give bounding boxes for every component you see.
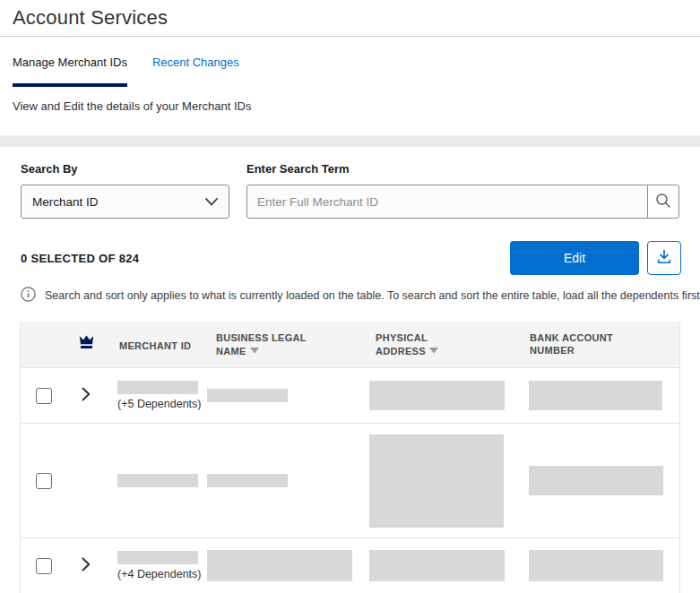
merchant-id-redacted-value (117, 551, 198, 564)
merchant-id-redacted-value (117, 381, 198, 394)
crown-icon (78, 335, 95, 354)
tab-manage-merchant-ids[interactable]: Manage Merchant IDs (13, 56, 127, 87)
physical-address-redacted-value (369, 381, 505, 410)
search-by-label: Search By (21, 162, 229, 176)
physical-address-redacted-value (369, 550, 505, 581)
table-info-note: Search and sort only applies to what is … (21, 287, 679, 305)
download-icon (655, 248, 673, 269)
search-button[interactable] (647, 185, 679, 219)
magnifier-icon (655, 193, 671, 211)
chevron-right-icon (82, 387, 91, 404)
table-body: (+5 Dependents) (21, 367, 679, 593)
search-controls: Search By Merchant ID Enter Search Term (21, 162, 679, 219)
bank-account-number-redacted-value (529, 466, 663, 495)
row-checkbox[interactable] (36, 558, 52, 574)
bank-account-number-redacted-value (529, 550, 663, 581)
dependents-count-label: (+5 Dependents) (117, 398, 207, 410)
header-expand-column (64, 335, 108, 354)
expand-row-button[interactable] (80, 555, 92, 576)
page-header: Account Services (0, 0, 700, 37)
merchant-table: MERCHANT ID BUSINESS LEGAL NAME PHYSICAL… (20, 322, 680, 593)
search-by-select[interactable]: Merchant ID (21, 185, 229, 219)
chevron-down-icon (205, 195, 218, 209)
section-divider (0, 135, 700, 147)
table-header-row: MERCHANT ID BUSINESS LEGAL NAME PHYSICAL… (21, 322, 679, 367)
edit-button[interactable]: Edit (510, 241, 639, 275)
selection-summary: 0 SELECTED OF 824 (21, 252, 139, 265)
row-checkbox[interactable] (36, 473, 52, 489)
page-subtitle: View and Edit the details of your Mercha… (13, 99, 687, 113)
column-header-bank-account-number[interactable]: BANK ACCOUNT NUMBER (530, 331, 619, 357)
info-circle-icon (21, 287, 36, 305)
caret-down-icon[interactable] (429, 344, 438, 357)
table-row: (+4 Dependents) (21, 537, 679, 593)
search-term-input[interactable] (246, 185, 648, 219)
business-legal-name-redacted-value (207, 474, 288, 487)
tab-recent-changes[interactable]: Recent Changes (152, 56, 239, 87)
info-note-text: Search and sort only applies to what is … (45, 289, 700, 302)
column-header-merchant-id[interactable]: MERCHANT ID (119, 340, 191, 351)
column-header-physical-address[interactable]: PHYSICAL ADDRESS (376, 331, 445, 357)
download-button[interactable] (647, 241, 681, 275)
business-legal-name-redacted-value (207, 389, 288, 402)
physical-address-redacted-value (369, 434, 504, 528)
page-title: Account Services (13, 6, 687, 30)
caret-down-icon[interactable] (250, 344, 259, 357)
search-term-label: Enter Search Term (246, 162, 679, 176)
search-by-selected-value: Merchant ID (32, 195, 99, 209)
dependents-count-label: (+4 Dependents) (117, 568, 207, 580)
column-header-business-legal-name[interactable]: BUSINESS LEGAL NAME (216, 331, 311, 357)
bank-account-number-redacted-value (529, 381, 662, 410)
merchant-id-redacted-value (117, 474, 198, 487)
tab-bar: Manage Merchant IDs Recent Changes (13, 37, 687, 87)
business-legal-name-redacted-value (207, 550, 352, 581)
expand-row-button[interactable] (80, 385, 92, 406)
chevron-right-icon (82, 557, 91, 574)
table-row (21, 423, 679, 537)
table-row: (+5 Dependents) (21, 367, 679, 423)
selection-action-bar: 0 SELECTED OF 824 Edit (21, 241, 681, 275)
row-checkbox[interactable] (36, 388, 52, 404)
